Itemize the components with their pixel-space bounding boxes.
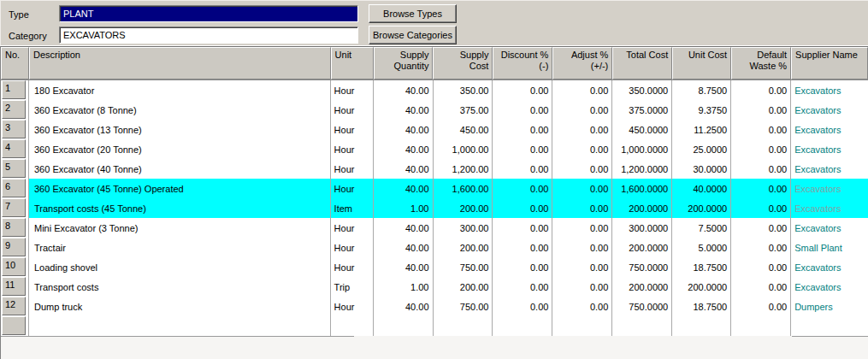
cell-unit[interactable]: Hour	[331, 80, 374, 100]
cell-adjust_pct[interactable]: 0.00	[552, 198, 612, 218]
cell-unit_cost[interactable]: 11.2500	[672, 120, 731, 139]
row-number-cell[interactable]	[1, 316, 29, 336]
cell-default_waste[interactable]: 0.00	[731, 179, 791, 198]
cell-total_cost[interactable]: 1,200.0000	[612, 159, 672, 179]
cell-adjust_pct[interactable]: 0.00	[552, 179, 612, 198]
cell-description[interactable]: 360 Excavator (45 Tonne) Operated	[29, 179, 331, 198]
cell-unit[interactable]: Hour	[331, 120, 374, 139]
cell-supply_cost[interactable]: 450.00	[434, 120, 493, 139]
cell-adjust_pct[interactable]: 0.00	[552, 100, 612, 120]
cell-supply_quantity[interactable]: 40.00	[374, 179, 434, 198]
cell-unit[interactable]: Hour	[331, 238, 374, 257]
cell-supplier[interactable]: Excavators	[791, 120, 868, 139]
cell-unit[interactable]: Hour	[331, 218, 374, 238]
column-header-no[interactable]: No.	[1, 47, 29, 79]
cell-supplier[interactable]: Excavators	[791, 257, 868, 277]
cell-unit_cost[interactable]: 18.7500	[672, 257, 731, 277]
cell-adjust_pct[interactable]: 0.00	[552, 218, 612, 238]
cell-unit_cost[interactable]: 7.5000	[672, 218, 731, 238]
column-header-unit_cost[interactable]: Unit Cost	[672, 47, 731, 79]
row-number-cell[interactable]: 2	[1, 100, 29, 120]
cell-total_cost[interactable]: 750.0000	[612, 257, 672, 277]
cell-default_waste[interactable]: 0.00	[731, 238, 791, 257]
row-number-cell[interactable]: 10	[1, 257, 29, 277]
column-header-description[interactable]: Description	[29, 47, 331, 79]
cell-total_cost[interactable]: 1,000.0000	[612, 139, 672, 159]
column-header-supply_quantity[interactable]: Supply Quantity	[374, 47, 434, 79]
cell-description[interactable]: Transport costs	[29, 277, 331, 297]
cell-unit[interactable]: Hour	[331, 139, 374, 159]
cell-default_waste[interactable]	[731, 316, 791, 336]
cell-supply_cost[interactable]: 300.00	[434, 218, 493, 238]
cell-unit[interactable]: Item	[331, 198, 374, 218]
cell-total_cost[interactable]	[612, 316, 672, 336]
cell-supplier[interactable]: Excavators	[791, 80, 868, 100]
cell-unit[interactable]: Hour	[331, 159, 374, 179]
cell-description[interactable]: 360 Excavator (20 Tonne)	[29, 139, 331, 159]
row-number-cell[interactable]: 9	[1, 238, 29, 257]
cell-unit_cost[interactable]: 200.0000	[672, 198, 731, 218]
cell-discount_pct[interactable]: 0.00	[493, 277, 552, 297]
cell-description[interactable]: Loading shovel	[29, 257, 331, 277]
cell-supply_cost[interactable]: 750.00	[434, 297, 493, 316]
browse-types-button[interactable]: Browse Types	[369, 4, 457, 23]
cell-supply_quantity[interactable]: 40.00	[374, 80, 434, 100]
cell-default_waste[interactable]: 0.00	[731, 120, 791, 139]
cell-supply_cost[interactable]: 375.00	[434, 100, 493, 120]
cell-supply_quantity[interactable]: 1.00	[374, 198, 434, 218]
cell-supply_quantity[interactable]: 40.00	[374, 139, 434, 159]
cell-supply_cost[interactable]: 350.00	[434, 80, 493, 100]
cell-total_cost[interactable]: 1,600.0000	[612, 179, 672, 198]
cell-unit[interactable]	[331, 316, 374, 336]
cell-adjust_pct[interactable]: 0.00	[552, 238, 612, 257]
cell-supply_cost[interactable]: 200.00	[434, 238, 493, 257]
row-number-cell[interactable]: 6	[1, 179, 29, 198]
cell-supply_cost[interactable]: 1,200.00	[434, 159, 493, 179]
cell-discount_pct[interactable]: 0.00	[493, 198, 552, 218]
cell-total_cost[interactable]: 375.0000	[612, 100, 672, 120]
cell-description[interactable]: 360 Excavator (8 Tonne)	[29, 100, 331, 120]
cell-unit_cost[interactable]: 30.0000	[672, 159, 731, 179]
cell-default_waste[interactable]: 0.00	[731, 159, 791, 179]
cell-default_waste[interactable]: 0.00	[731, 297, 791, 316]
cell-supply_cost[interactable]: 200.00	[434, 198, 493, 218]
column-header-total_cost[interactable]: Total Cost	[612, 47, 672, 79]
cell-total_cost[interactable]: 200.0000	[612, 277, 672, 297]
cell-supply_cost[interactable]: 750.00	[434, 257, 493, 277]
cell-adjust_pct[interactable]: 0.00	[552, 159, 612, 179]
cell-total_cost[interactable]: 200.0000	[612, 198, 672, 218]
cell-supplier[interactable]: Dumpers	[791, 297, 868, 316]
cell-supply_quantity[interactable]: 40.00	[374, 120, 434, 139]
cell-adjust_pct[interactable]: 0.00	[552, 277, 612, 297]
cell-unit_cost[interactable]: 25.0000	[672, 139, 731, 159]
cell-unit[interactable]: Trip	[331, 277, 374, 297]
cell-discount_pct[interactable]: 0.00	[493, 139, 552, 159]
cell-adjust_pct[interactable]: 0.00	[552, 139, 612, 159]
type-input[interactable]: PLANT	[59, 5, 358, 22]
cell-discount_pct[interactable]: 0.00	[493, 238, 552, 257]
row-number-cell[interactable]: 1	[1, 80, 29, 100]
cell-unit_cost[interactable]: 5.0000	[672, 238, 731, 257]
cell-supply_cost[interactable]: 1,600.00	[434, 179, 493, 198]
cell-description[interactable]: 180 Excavator	[29, 80, 331, 100]
cell-default_waste[interactable]: 0.00	[731, 139, 791, 159]
cell-description[interactable]: Dump truck	[29, 297, 331, 316]
cell-unit_cost[interactable]: 8.7500	[672, 80, 731, 100]
cell-unit[interactable]: Hour	[331, 297, 374, 316]
row-number-cell[interactable]: 12	[1, 297, 29, 316]
cell-adjust_pct[interactable]: 0.00	[552, 257, 612, 277]
cell-adjust_pct[interactable]: 0.00	[552, 120, 612, 139]
cell-default_waste[interactable]: 0.00	[731, 198, 791, 218]
row-number-cell[interactable]: 5	[1, 159, 29, 179]
cell-discount_pct[interactable]: 0.00	[493, 120, 552, 139]
row-number-cell[interactable]: 11	[1, 277, 29, 297]
cell-unit_cost[interactable]	[672, 316, 731, 336]
cell-supplier[interactable]: Excavators	[791, 198, 868, 218]
cell-description[interactable]: Transport costs (45 Tonne)	[29, 198, 331, 218]
cell-discount_pct[interactable]: 0.00	[493, 257, 552, 277]
cell-description[interactable]: 360 Excavator (40 Tonne)	[29, 159, 331, 179]
cell-supplier[interactable]: Excavators	[791, 100, 868, 120]
column-header-adjust_pct[interactable]: Adjust % (+/-)	[552, 47, 612, 79]
cell-description[interactable]	[29, 316, 331, 336]
cell-discount_pct[interactable]: 0.00	[493, 218, 552, 238]
